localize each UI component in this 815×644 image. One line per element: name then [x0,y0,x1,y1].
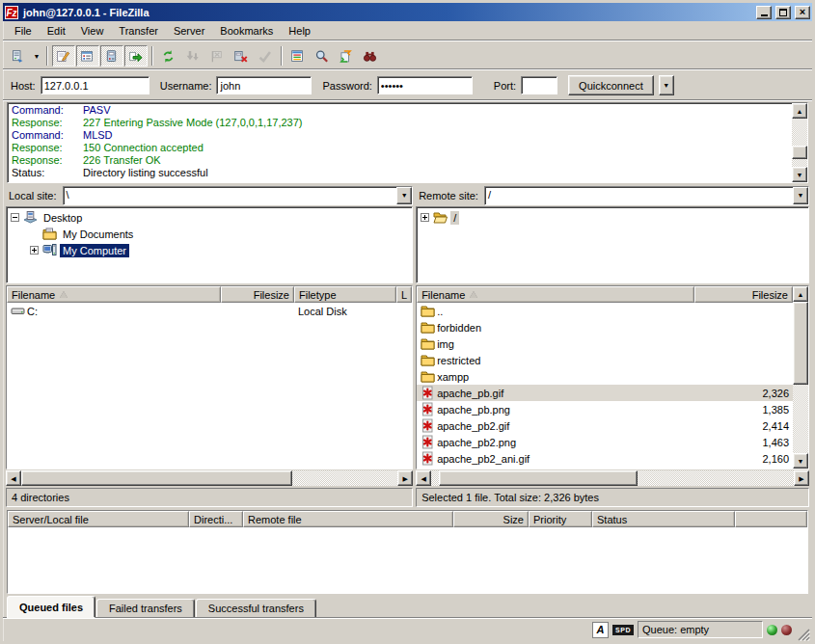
toggle-remote-treeview-button[interactable] [100,45,123,67]
column-header-l[interactable]: L [396,286,412,303]
scroll-thumb[interactable] [439,470,638,486]
scroll-down-button[interactable]: ▼ [793,453,808,469]
toggle-message-log-button[interactable] [52,45,75,67]
maximize-button[interactable] [775,6,791,19]
remote-site-combobox[interactable]: /▼ [484,186,809,205]
remote-site-dropdown-button[interactable]: ▼ [793,187,808,204]
menu-server[interactable]: Server [166,23,212,39]
scroll-track[interactable] [792,119,807,167]
file-row[interactable]: apache_pb2_ani.gif2,160 [417,450,793,467]
file-row[interactable]: .. [417,303,793,319]
scroll-track[interactable] [793,302,808,453]
tab-successful-transfers[interactable]: Successful transfers [196,599,316,618]
queue-body[interactable] [8,527,807,593]
file-row[interactable]: img [417,335,793,352]
file-row[interactable]: apache_pb.png1,385 [417,401,793,417]
refresh-button[interactable] [157,45,180,67]
tab-queued-files[interactable]: Queued files [7,596,95,618]
expander-plus-icon[interactable] [421,213,429,222]
file-row[interactable]: restricted [417,352,793,368]
column-header-filename[interactable]: Filename [7,286,221,303]
speed-limit-indicator[interactable]: SPD [612,625,634,635]
scroll-track[interactable] [431,470,794,486]
file-row[interactable]: forbidden [417,319,793,335]
filter-button[interactable] [311,45,334,67]
scroll-down-button[interactable]: ▼ [792,167,807,182]
toggle-transfer-queue-button[interactable] [124,45,148,67]
menu-bookmarks[interactable]: Bookmarks [212,23,281,39]
remote-horizontal-scrollbar[interactable]: ◀▶ [416,470,809,486]
quickconnect-dropdown-button[interactable]: ▼ [659,75,674,95]
queue-column-directi[interactable]: Directi... [189,511,243,527]
column-header-filename[interactable]: Filename [417,286,694,303]
menu-help[interactable]: Help [281,23,318,39]
synchronized-browsing-button[interactable] [335,45,358,67]
remote-site-value[interactable]: / [485,187,793,204]
tree-item-label[interactable]: Desktop [41,211,85,225]
scroll-up-button[interactable]: ▲ [792,103,807,119]
message-log-scrollbar[interactable]: ▲ ▼ [792,103,807,182]
column-header-filesize[interactable]: Filesize [221,286,294,303]
site-manager-button-dropdown[interactable]: ▼ [31,45,42,67]
tree-item[interactable]: / [421,209,808,226]
directory-comparison-button[interactable] [286,45,310,67]
column-header-filetype[interactable]: Filetype [294,286,396,303]
username-input[interactable] [216,76,312,94]
local-site-value[interactable]: \ [64,187,397,204]
scroll-left-button[interactable]: ◀ [6,470,21,486]
local-site-combobox[interactable]: \▼ [63,186,414,205]
find-button[interactable] [359,45,382,67]
toggle-local-treeview-button[interactable] [76,45,99,67]
file-row[interactable]: C:Local Disk [7,303,412,319]
scroll-thumb[interactable] [792,146,807,159]
queue-column-remotefile[interactable]: Remote file [243,511,453,527]
scroll-thumb[interactable] [21,470,292,486]
file-row[interactable]: apache_pb2.gif2,414 [417,417,793,434]
local-horizontal-scrollbar[interactable]: ◀▶ [6,470,413,486]
file-row[interactable]: xampp [417,368,793,385]
tree-item[interactable]: My Documents [11,226,412,242]
scroll-up-button[interactable]: ▲ [793,286,808,302]
local-site-dropdown-button[interactable]: ▼ [396,187,412,204]
scroll-thumb[interactable] [793,302,808,385]
scroll-right-button[interactable]: ▶ [794,470,809,486]
minimize-button[interactable] [756,6,772,19]
menu-view[interactable]: View [73,23,112,39]
tab-failed-transfers[interactable]: Failed transfers [96,599,195,618]
menu-file[interactable]: File [7,23,40,39]
tree-item-label[interactable]: My Computer [60,244,129,257]
tree-item-label[interactable]: My Documents [60,228,136,241]
disconnect-button[interactable] [230,45,253,67]
title-bar[interactable]: Fz john@127.0.0.1 - FileZilla × [3,3,812,21]
password-input[interactable] [377,76,473,94]
disconnect-icon [233,49,248,64]
menu-transfer[interactable]: Transfer [111,23,166,39]
remote-list-body[interactable]: ..forbiddenimgrestrictedxamppapache_pb.g… [417,303,793,469]
transfer-type-indicator[interactable]: A [592,622,609,638]
scroll-left-button[interactable]: ◀ [416,470,431,486]
tree-item-label[interactable]: / [450,211,459,225]
site-manager-button[interactable] [7,45,30,67]
remote-vertical-scrollbar[interactable]: ▲▼ [793,286,808,469]
scroll-right-button[interactable]: ▶ [397,470,413,486]
file-row[interactable]: apache_pb.gif2,326 [417,385,793,401]
queue-column-size[interactable]: Size [453,511,529,527]
resize-grip[interactable] [796,627,810,641]
quickconnect-button[interactable]: Quickconnect [568,75,654,95]
scroll-track[interactable] [21,470,397,486]
tree-item[interactable]: My Computer [11,242,412,258]
queue-column-priority[interactable]: Priority [529,511,592,527]
local-list-body[interactable]: C:Local Disk [7,303,412,469]
expander-plus-icon[interactable] [30,246,39,255]
menu-edit[interactable]: Edit [40,23,73,39]
queue-column-serverlocalfile[interactable]: Server/Local file [8,511,189,527]
file-row[interactable]: apache_pb2.png1,463 [417,434,793,450]
tree-item[interactable]: Desktop [11,209,412,226]
port-input[interactable] [521,76,557,94]
image-file-icon [421,386,435,400]
host-input[interactable] [41,76,149,94]
column-header-filesize[interactable]: Filesize [694,286,793,303]
queue-column-status[interactable]: Status [592,511,735,527]
close-button[interactable]: × [795,6,810,19]
expander-minus-icon[interactable] [11,213,19,222]
